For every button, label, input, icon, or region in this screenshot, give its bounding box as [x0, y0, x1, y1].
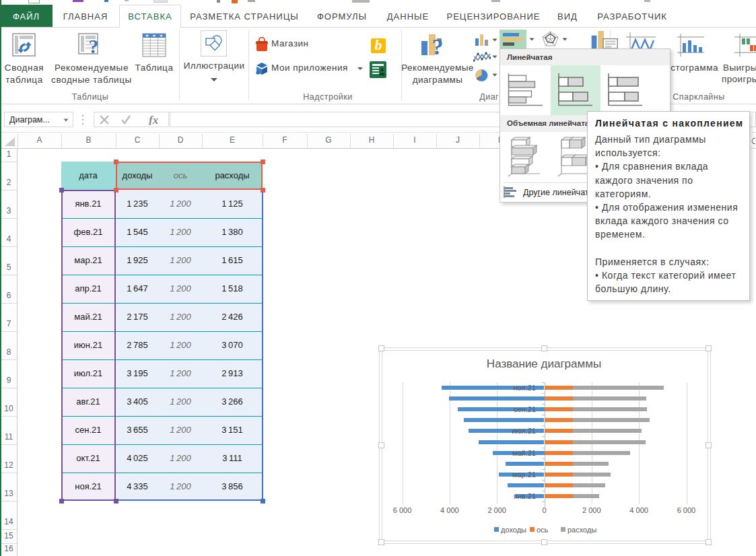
- svg-text:fx: fx: [149, 114, 159, 125]
- svg-text:?: ?: [89, 35, 99, 57]
- svg-text:?: ?: [432, 34, 444, 59]
